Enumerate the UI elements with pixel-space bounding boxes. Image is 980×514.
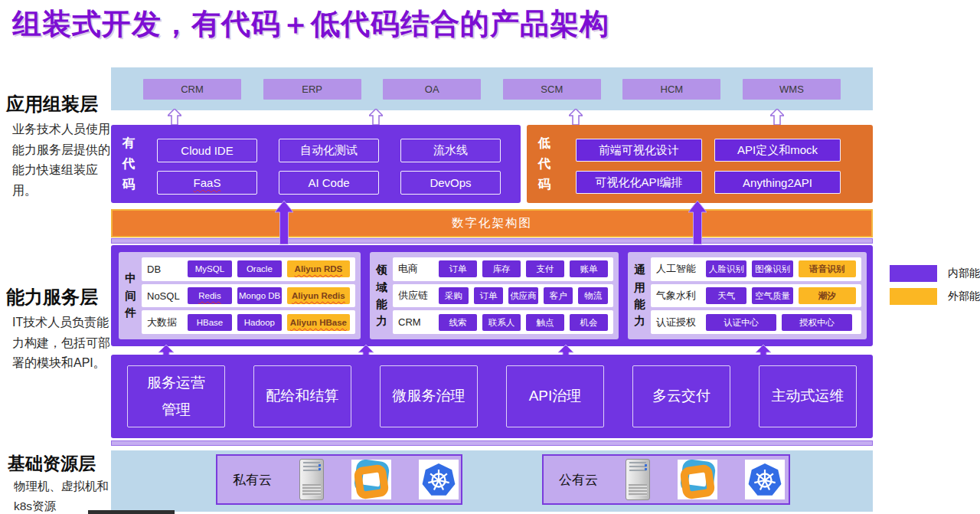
up-arrow-outline-icon (569, 109, 583, 125)
public-cloud-box: 公有云 (542, 454, 790, 505)
capability-row: 气象水利 天气 空气质量 潮汐 (651, 284, 861, 308)
private-cloud-box: 私有云 (216, 454, 462, 505)
divider-strip (111, 440, 873, 446)
general-capability-box: 通用能力 人工智能 人脸识别 图像识别 语音识别 气象水利 天气 空气质量 潮汐… (628, 252, 867, 339)
legend-external-swatch (890, 288, 937, 305)
server-slot (629, 466, 646, 467)
app-chip-hcm: HCM (622, 79, 720, 100)
capability-tag: 联系人 (482, 314, 521, 331)
pro-code-item-devops: DevOps (400, 171, 501, 195)
kubernetes-icon (745, 460, 785, 499)
digital-architecture-bar: 数字化架构图 (111, 209, 873, 237)
pro-code-item-label: FaaS (194, 176, 221, 189)
app-chip-oa: OA (383, 79, 481, 100)
capability-tag: Redis (188, 287, 232, 304)
capability-tag: 线索 (439, 314, 477, 331)
pro-code-grid: Cloud IDE 自动化测试 流水线 FaaS AI Code DevOps (157, 139, 501, 195)
pro-code-item-cloud-ide: Cloud IDE (157, 139, 257, 162)
low-code-item-api-orchestration: 可视化化API编排 (576, 171, 702, 194)
middleware-vertical-label: 中间件 (124, 270, 137, 321)
capability-tag: 供应商 (508, 287, 538, 304)
low-code-item-api-mock: API定义和mock (714, 139, 841, 162)
private-cloud-label: 私有云 (233, 471, 272, 489)
row-category: 气象水利 (656, 289, 701, 303)
layer-heading-capability: 能力服务层 (6, 285, 98, 309)
pro-code-item-pipeline: 流水线 (400, 139, 501, 162)
row-category: DB (147, 264, 182, 275)
pro-code-block: 有代码 Cloud IDE 自动化测试 流水线 FaaS AI Code Dev… (111, 125, 521, 203)
server-slot (303, 462, 320, 463)
general-capability-vertical-label: 通用能力 (633, 261, 646, 330)
layer-desc-infrastructure: 物理机、虚拟机和k8s资源 (14, 476, 110, 514)
capability-row: CRM 线索 联系人 触点 机会 (393, 310, 613, 334)
app-chip-crm: CRM (143, 79, 241, 100)
general-capability-rows: 人工智能 人脸识别 图像识别 语音识别 气象水利 天气 空气质量 潮汐 认证授权… (651, 257, 861, 334)
low-code-block: 低代码 前端可视化设计 API定义和mock 可视化化API编排 Anythin… (527, 125, 873, 203)
row-category: 供应链 (398, 289, 433, 303)
capability-tag: 图像识别 (752, 260, 792, 277)
capability-tag: 认证中心 (706, 314, 776, 331)
service-box-billing: 配给和结算 (253, 365, 351, 427)
kubernetes-icon (419, 460, 459, 499)
divider-strip (111, 238, 873, 244)
capability-tag: 支付 (526, 260, 564, 277)
pro-code-item-faas: FaaS (157, 171, 257, 195)
server-slot (303, 470, 320, 471)
pro-code-item-label: 流水线 (433, 143, 468, 158)
capability-tag-external: 语音识别 (799, 260, 856, 277)
capability-tag: 订单 (439, 260, 477, 277)
server-led (645, 468, 647, 470)
low-code-item-anything2api: Anything2API (714, 171, 841, 194)
row-category: NoSQL (147, 290, 182, 302)
capability-tag: 天气 (706, 287, 746, 304)
capability-row: 电商 订单 库存 支付 账单 (393, 257, 613, 281)
capability-row: 大数据 HBase Hadoop Aliyun HBase (142, 310, 355, 334)
capability-tag: 账单 (570, 260, 608, 277)
capability-row: DB MySQL Oracle Aliyun RDS (142, 257, 355, 281)
service-box-microservice-governance: 微服务治理 (380, 365, 478, 427)
server-led (318, 464, 321, 467)
legend-internal-label: 内部能力 (948, 267, 980, 280)
row-category: 大数据 (147, 316, 182, 329)
domain-capability-vertical-label: 领域能力 (375, 261, 388, 330)
pro-code-item-label: DevOps (430, 176, 471, 189)
vmware-icon (678, 460, 717, 499)
low-code-item-frontend-design: 前端可视化设计 (576, 139, 702, 162)
capability-tag-external: Aliyun RDS (287, 260, 350, 277)
public-cloud-label: 公有云 (559, 471, 598, 489)
capability-tag: 触点 (526, 314, 564, 331)
pro-code-item-label: 自动化测试 (300, 143, 358, 158)
layer-heading-app-assembly: 应用组装层 (6, 92, 98, 116)
bottom-edge-strip (88, 510, 175, 514)
pro-code-item-auto-test: 自动化测试 (279, 139, 379, 162)
middleware-rows: DB MySQL Oracle Aliyun RDS NoSQL Redis M… (142, 257, 355, 334)
low-code-vertical-label: 低代码 (537, 133, 551, 195)
capability-tag: 机会 (570, 314, 608, 331)
pro-code-vertical-label: 有代码 (122, 133, 136, 195)
page-title: 组装式开发，有代码＋低代码结合的产品架构 (12, 5, 609, 44)
service-box-proactive-ops: 主动式运维 (759, 365, 857, 427)
server-slot (303, 466, 320, 467)
legend-internal-swatch (890, 265, 937, 282)
capability-tag: HBase (188, 314, 232, 331)
server-vent (302, 484, 321, 496)
capability-row: 供应链 采购 订单 供应商 客户 物流 (393, 284, 613, 308)
server-icon (626, 459, 650, 500)
capability-tag: MySQL (188, 260, 232, 277)
app-chip-wms: WMS (743, 79, 841, 100)
layer-heading-infrastructure: 基础资源层 (8, 452, 96, 476)
capability-row: 认证授权 认证中心 授权中心 (651, 310, 861, 334)
up-arrow-filled-icon (688, 201, 707, 244)
capability-tag: 采购 (439, 287, 469, 304)
slide-canvas: 组装式开发，有代码＋低代码结合的产品架构 应用组装层 业务技术人员使用能力服务层… (0, 0, 980, 514)
server-icon (299, 459, 324, 500)
capability-tag-external: Aliyun Redis (287, 287, 350, 304)
capability-tag: 空气质量 (752, 287, 792, 304)
capability-tag-external: 潮汐 (799, 287, 856, 304)
service-box-multicloud-delivery: 多云交付 (632, 365, 730, 427)
up-arrow-outline-icon (770, 109, 784, 125)
server-slot (629, 462, 646, 463)
capability-tag: 客户 (544, 287, 573, 304)
row-category: 认证授权 (656, 316, 701, 329)
up-arrow-outline-icon (168, 109, 181, 125)
